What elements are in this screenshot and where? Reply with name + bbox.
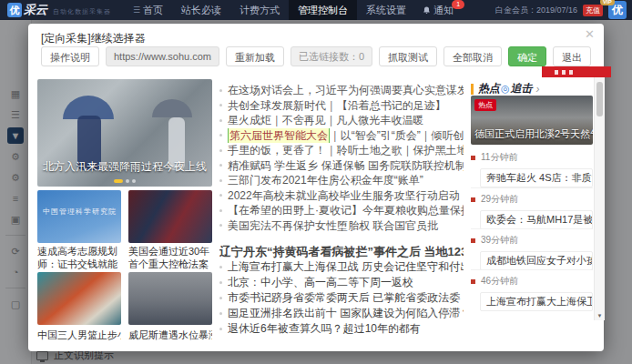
hero-carousel[interactable]: 北方入汛来最强降雨过程今夜上线	[37, 79, 212, 187]
headline-item[interactable]: 市委书记跻身省委常委两天后 已掌舵省委政法委	[219, 290, 464, 306]
hot-story-image[interactable]: 热点 德国正式启用北溪2号天然气管道	[471, 96, 593, 145]
headline-item[interactable]: 共创全球发展新时代｜【沿着总书记的足迹】	[219, 98, 464, 114]
nav-webmaster-read[interactable]: 站长必读	[172, 0, 230, 20]
headline-item[interactable]: 国足亚洲排名跌出前十 国家队建设为何陷入停滞？	[219, 306, 464, 321]
hot-list-item: 39分钟前 成都地铁回应女子对小孩跳地舞	[471, 228, 593, 270]
dot[interactable]	[132, 179, 136, 183]
headline-group-2: 辽宁丹东“持黄码者看病被拦”事件之后 当地12345回应 上海宣布打赢大上海保卫…	[219, 244, 464, 337]
active-dot[interactable]	[114, 179, 123, 183]
topbar: 优 采云 自动化数据采集器 ☰ 首页 站长必读 计费方式 管理控制台 系统设置 …	[0, 0, 632, 20]
main-nav: ☰ 首页 站长必读 计费方式 管理控制台 系统设置 通知 1	[124, 0, 461, 20]
headline-item[interactable]: 三部门发布2021年住房公积金年度“账单”	[219, 173, 464, 188]
reload-button[interactable]: 重新加载	[226, 46, 284, 66]
nav-settings[interactable]: 系统设置	[357, 0, 415, 20]
hot-link[interactable]: 成都地铁回应女子对小孩跳地舞	[480, 251, 593, 270]
headline-item[interactable]: 精准赋码 学生返乡 保通保畅 国务院联防联控机制回应	[219, 158, 464, 174]
headline-item[interactable]: 辽宁丹东“持黄码者看病被拦”事件之后 当地12345回应	[219, 244, 464, 259]
thumb-image-institute[interactable]: 中国管理科学研究院	[37, 190, 121, 243]
timestamp: 39分钟前	[481, 234, 518, 247]
scrollbar-thumb[interactable]	[596, 82, 603, 116]
selected-links-count: 已选链接数：0	[291, 46, 372, 66]
nav-notifications[interactable]: 通知 1	[415, 0, 461, 20]
membership-expiry: 白金会员：2019/07/16	[495, 5, 577, 16]
vip-badge: VIP	[600, 0, 615, 5]
exit-button[interactable]: 退出	[553, 46, 591, 66]
timestamp: 29分钟前	[481, 193, 518, 206]
topbar-account: 白金会员：2019/07/16 充值 优 VIP	[495, 1, 632, 19]
bullet-square	[471, 279, 475, 284]
logo-text: 采云	[24, 2, 47, 18]
help-button[interactable]: 操作说明	[41, 46, 99, 66]
link-selector-dialog: [定向采集]继续选择器 ✕ 操作说明 重新加载 已选链接数：0 抓取测试 全部取…	[28, 24, 604, 351]
headline-item-selected[interactable]: 第六届世界智能大会｜以“智会”引“质会”｜倾听创新的律动	[219, 128, 464, 144]
cancel-all-button[interactable]: 全部取消	[443, 46, 502, 66]
headline-item[interactable]: 上海宣布打赢大上海保卫战 历史会记住坚守和付出的所有人	[219, 259, 464, 275]
nav-console[interactable]: 管理控制台	[289, 0, 357, 20]
logo-icon: 优	[7, 3, 22, 17]
hot-list-item: 46分钟前 上海宣布打赢大上海保卫战	[471, 269, 593, 311]
headline-list: 在这场对话会上，习近平为何强调要真心实意谋发展？ 共创全球发展新时代｜【沿着总书…	[219, 77, 464, 347]
headline-item[interactable]: 美国宪法不再保护女性堕胎权 联合国官员批	[219, 218, 464, 234]
hot-list-item: 29分钟前 欧委会：马航MH17是被袭击落	[471, 187, 593, 229]
hot-link[interactable]: 上海宣布打赢大上海保卫战	[480, 292, 593, 311]
thumb-image-basketball[interactable]	[37, 272, 121, 325]
headline-item[interactable]: 星火成炬｜不舍再见｜凡人微光丰收温暖	[219, 113, 464, 128]
grab-test-button[interactable]: 抓取测试	[379, 46, 437, 66]
nav-billing[interactable]: 计费方式	[230, 0, 289, 20]
title-accent-bar	[471, 84, 474, 95]
headline-item[interactable]: 在这场对话会上，习近平为何强调要真心实意谋发展？	[219, 83, 464, 98]
hot-panel-title[interactable]: 热点 ◎ 追击 ›	[471, 81, 540, 96]
timestamp: 11分钟前	[481, 151, 517, 164]
thumb-caption[interactable]: 速成高考志愿规划师：证书交钱就能拿	[37, 245, 121, 270]
url-input[interactable]	[106, 46, 219, 66]
carousel-dots[interactable]	[114, 179, 136, 183]
hot-list-item: 11分钟前 奔驰车起火 4S店：非质量问题	[471, 147, 593, 187]
promo-banner	[542, 66, 611, 77]
hero-caption[interactable]: 北方入汛来最强降雨过程今夜上线	[43, 159, 207, 175]
scroll-down-arrow[interactable]: ▼	[595, 311, 605, 320]
headline-item[interactable]: 【在希望的田野上·夏收记】今年夏粮收购总量保持高水平	[219, 203, 464, 218]
thumb-caption[interactable]: 中国三人男篮止步小组赛	[37, 329, 121, 343]
thumb-image-speech[interactable]	[128, 190, 212, 243]
timestamp: 46分钟前	[481, 275, 518, 288]
sign-text: 中国管理科学研究院	[43, 207, 117, 217]
headline-item[interactable]: 2022年高校未就业高校毕业生服务攻坚行动启动	[219, 188, 464, 204]
dot[interactable]	[126, 179, 129, 183]
hot-topics-panel: 热点 ◎ 追击 › 热点 德国正式启用北溪2号天然气管道 11分钟前 奔驰车起火…	[471, 77, 593, 347]
bell-icon	[423, 6, 431, 15]
thumb-image-venice[interactable]	[128, 272, 212, 325]
confirm-button[interactable]: 确定	[508, 46, 546, 66]
hot-story-caption: 德国正式启用北溪2号天然气管道	[474, 127, 593, 141]
headline-item[interactable]: 手里的饭，更香了！｜聆听土地之歌｜保护黑土地就是保护每个…	[219, 143, 464, 158]
page-scrollbar[interactable]: ▲ ▼	[594, 69, 605, 320]
headline-item[interactable]: 北京：中小学、高一高二等下周一返校	[219, 275, 464, 290]
app-logo[interactable]: 优 采云 自动化数据采集器	[7, 2, 111, 18]
target-icon: ◎	[501, 83, 510, 95]
captured-webpage: 北方入汛来最强降雨过程今夜上线 中国管理科学研究院 速成高考志愿规划师：证书交钱…	[37, 77, 595, 347]
dialog-toolbar: 操作说明 重新加载 已选链接数：0 抓取测试 全部取消 确定 退出	[41, 46, 591, 67]
headline-item[interactable]: 退休近6年被查算久吗？超过10年的都有	[219, 321, 464, 337]
thumb-caption[interactable]: 威尼斯遭遇水位暴涨 圣	[128, 329, 212, 343]
hot-tag: 热点	[474, 99, 496, 111]
chevron-right-icon: ›	[536, 83, 540, 96]
bullet-square	[471, 238, 475, 243]
nav-home[interactable]: ☰ 首页	[124, 0, 172, 20]
thumb-caption[interactable]: 美国会通过近30年首个重大控枪法案	[128, 245, 212, 270]
corner-logo[interactable]: 优 VIP	[608, 1, 627, 19]
logo-tagline: 自动化数据采集器	[53, 7, 111, 16]
hamburger-icon: ☰	[133, 5, 140, 15]
notification-badge: 1	[452, 0, 464, 9]
recharge-button[interactable]: 充值	[583, 5, 603, 16]
selected-link-highlight: 第六届世界智能大会	[228, 128, 330, 144]
bullet-square	[471, 197, 475, 202]
hot-link[interactable]: 欧委会：马航MH17是被袭击落	[480, 210, 593, 229]
dialog-title: [定向采集]继续选择器	[41, 31, 146, 46]
hot-link[interactable]: 奔驰车起火 4S店：非质量问题	[480, 168, 593, 187]
bullet-square	[471, 156, 475, 160]
close-icon[interactable]: ✕	[585, 27, 595, 41]
umbrella-shape	[152, 99, 192, 117]
